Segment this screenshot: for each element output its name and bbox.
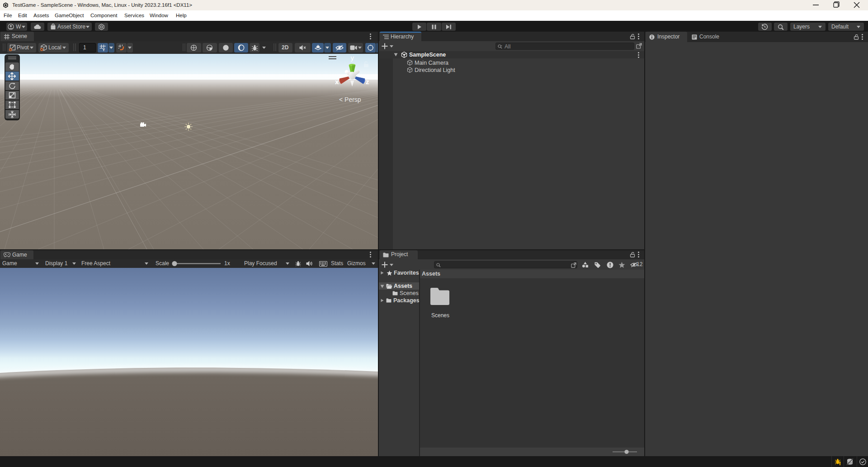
svg-text:x: x [335,78,339,86]
svg-text:y: y [351,54,354,62]
svg-text:z: z [366,78,369,86]
svg-text:Y: Y [103,48,105,52]
